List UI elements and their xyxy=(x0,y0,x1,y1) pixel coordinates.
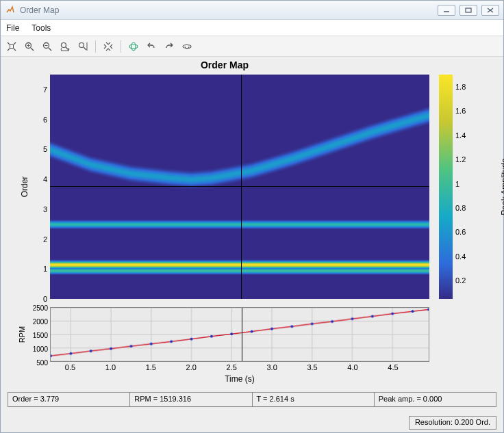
zoom-in-icon[interactable] xyxy=(21,39,38,54)
status-rpm: RPM = 1519.316 xyxy=(130,393,252,406)
rpm-canvas[interactable] xyxy=(51,308,429,361)
toolbar-separator xyxy=(121,40,121,53)
colorbar-label: Peak Amplitude xyxy=(500,158,504,215)
colorbar-tick: 0.8 xyxy=(455,204,466,212)
colorbar-tick: 1 xyxy=(455,180,459,188)
rpm-y-tick: 2000 xyxy=(33,318,48,326)
x-tick: 4.5 xyxy=(388,363,398,371)
matlab-icon xyxy=(5,5,16,16)
zoom-x-icon[interactable] xyxy=(57,39,73,54)
colorbar-tick: 0.4 xyxy=(455,252,466,261)
rpm-y-tick: 1000 xyxy=(33,345,48,353)
menubar: File Tools xyxy=(1,20,503,36)
svg-point-14 xyxy=(79,42,84,47)
y-tick: 5 xyxy=(43,145,47,153)
svg-line-10 xyxy=(49,48,51,51)
figure-area: Order Map 01234567 Order 0.20.40.60.811.… xyxy=(1,57,503,432)
rpm-y-tick: 2500 xyxy=(33,304,48,312)
time-x-ticks: 0.51.01.52.02.53.03.54.04.5 xyxy=(50,363,429,374)
status-row: Order = 3.779 RPM = 1519.316 T = 2.614 s… xyxy=(8,392,496,407)
x-tick: 0.5 xyxy=(65,363,75,371)
window-controls xyxy=(438,5,499,16)
y-tick: 0 xyxy=(43,295,47,303)
svg-point-16 xyxy=(129,44,138,49)
redo-icon[interactable] xyxy=(161,39,177,54)
minimize-button[interactable] xyxy=(438,5,455,16)
titlebar[interactable]: Order Map xyxy=(1,1,503,20)
colorbar-tick: 0.2 xyxy=(455,276,466,285)
link-icon[interactable] xyxy=(179,39,195,54)
colorbar-tick: 1.2 xyxy=(455,155,466,163)
rpm-y-label: RPM xyxy=(18,326,26,343)
rotate-3d-icon[interactable] xyxy=(125,39,142,54)
x-tick: 2.5 xyxy=(227,363,237,371)
rpm-y-tick: 500 xyxy=(36,359,48,367)
x-tick: 2.0 xyxy=(186,363,197,371)
status-peak: Peak amp. = 0.000 xyxy=(375,393,496,406)
rpm-y-tick: 1500 xyxy=(33,332,48,339)
footer-resolution: Resolution: 0.200 Ord. xyxy=(409,416,496,430)
expand-axes-icon[interactable] xyxy=(3,39,20,54)
x-tick: 1.0 xyxy=(105,363,116,371)
maximize-button[interactable] xyxy=(459,5,477,16)
svg-point-18 xyxy=(183,44,191,48)
y-tick: 6 xyxy=(43,116,47,124)
close-button[interactable] xyxy=(481,5,499,16)
svg-point-17 xyxy=(131,42,136,51)
app-window: Order Map File Tools Order Map 01234567 … xyxy=(0,0,504,433)
window-title: Order Map xyxy=(20,5,438,15)
y-tick: 1 xyxy=(43,265,47,273)
toolbar xyxy=(1,36,503,57)
y-tick: 7 xyxy=(43,86,47,94)
time-x-label: Time (s) xyxy=(50,374,429,384)
chart-title: Order Map xyxy=(1,60,449,70)
y-tick: 4 xyxy=(43,175,47,183)
colorbar-tick: 0.6 xyxy=(455,228,466,236)
colorbar-tick: 1.4 xyxy=(455,131,466,140)
zoom-out-icon[interactable] xyxy=(39,39,55,54)
toolbar-separator xyxy=(95,40,96,53)
heatmap-canvas[interactable] xyxy=(50,75,429,299)
x-tick: 3.0 xyxy=(266,363,277,371)
svg-rect-4 xyxy=(10,44,14,48)
undo-icon[interactable] xyxy=(143,39,160,54)
colorbar-canvas xyxy=(439,75,453,299)
svg-point-12 xyxy=(62,42,66,47)
colorbar[interactable]: 0.20.40.60.811.21.41.61.8 Peak Amplitude xyxy=(439,75,453,299)
order-y-label: Order xyxy=(20,176,29,198)
colorbar-tick: 1.8 xyxy=(455,83,466,91)
svg-line-15 xyxy=(84,47,86,50)
x-tick: 3.5 xyxy=(307,363,317,371)
rpm-y-ticks: 5001000150020002500 xyxy=(27,308,48,361)
colorbar-tick: 1.6 xyxy=(455,107,466,115)
y-tick: 2 xyxy=(43,235,47,244)
rpm-crosshair-vertical xyxy=(242,308,242,361)
svg-rect-1 xyxy=(466,8,471,12)
rpm-axes[interactable]: 5001000150020002500 RPM xyxy=(50,307,429,362)
collapse-icon[interactable] xyxy=(100,39,116,54)
menu-tools[interactable]: Tools xyxy=(32,23,51,33)
status-order: Order = 3.779 xyxy=(8,393,130,406)
zoom-y-icon[interactable] xyxy=(75,39,91,54)
order-y-ticks: 01234567 xyxy=(29,75,47,299)
heatmap-axes[interactable]: 01234567 Order xyxy=(50,75,429,299)
menu-file[interactable]: File xyxy=(6,23,19,33)
crosshair-vertical xyxy=(241,75,242,299)
crosshair-horizontal xyxy=(50,186,429,187)
x-tick: 4.0 xyxy=(347,363,357,371)
status-time: T = 2.614 s xyxy=(253,393,375,406)
y-tick: 3 xyxy=(43,205,47,213)
svg-line-13 xyxy=(66,47,68,50)
x-tick: 1.5 xyxy=(146,363,156,371)
svg-line-6 xyxy=(31,48,34,51)
